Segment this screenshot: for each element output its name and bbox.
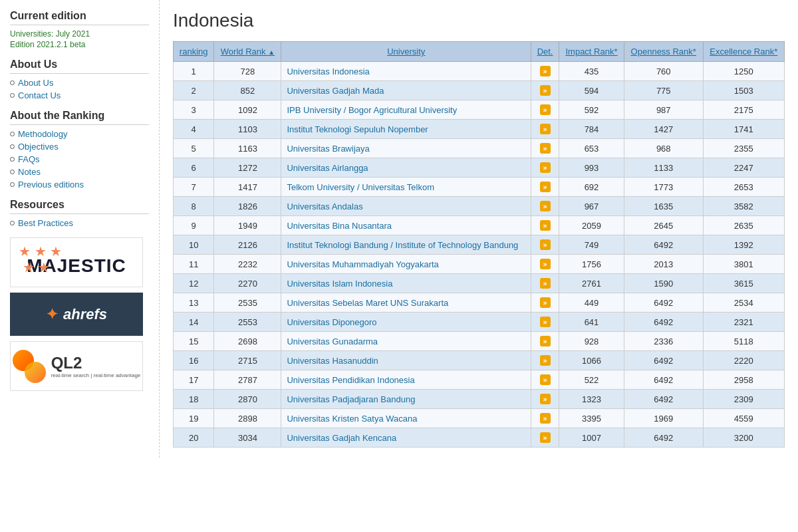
sidebar-item-about-us[interactable]: About Us: [10, 78, 149, 88]
university-sort-link[interactable]: University: [387, 47, 425, 57]
det-button[interactable]: »: [540, 201, 551, 211]
cell-det[interactable]: »: [531, 100, 559, 120]
university-link[interactable]: Universitas Pendidikan Indonesia: [287, 375, 414, 385]
cell-university[interactable]: Universitas Diponegoro: [281, 313, 531, 332]
det-button[interactable]: »: [540, 162, 551, 173]
cell-university[interactable]: Universitas Gunadarma: [281, 332, 531, 351]
cell-det[interactable]: »: [531, 139, 559, 158]
cell-det[interactable]: »: [531, 81, 559, 100]
impact-rank-sort-link[interactable]: Impact Rank*: [565, 47, 617, 57]
previous-editions-link[interactable]: Previous editions: [18, 180, 84, 190]
about-us-link[interactable]: About Us: [18, 78, 53, 88]
cell-university[interactable]: Institut Teknologi Sepuluh Nopember: [281, 120, 531, 139]
cell-university[interactable]: Universitas Indonesia: [281, 62, 531, 81]
cell-det[interactable]: »: [531, 390, 559, 409]
openness-rank-sort-link[interactable]: Openness Rank*: [631, 47, 696, 57]
sidebar-item-methodology[interactable]: Methodology: [10, 129, 149, 139]
det-button[interactable]: »: [540, 297, 551, 308]
cell-det[interactable]: »: [531, 62, 559, 81]
cell-university[interactable]: Telkom University / Universitas Telkom: [281, 178, 531, 197]
col-university[interactable]: University: [281, 42, 531, 62]
det-button[interactable]: »: [540, 220, 551, 231]
cell-university[interactable]: IPB University / Bogor Agricultural Univ…: [281, 100, 531, 120]
notes-link[interactable]: Notes: [18, 167, 41, 177]
det-button[interactable]: »: [540, 413, 551, 424]
cell-university[interactable]: Institut Teknologi Bandung / Institute o…: [281, 235, 531, 255]
objectives-link[interactable]: Objectives: [18, 142, 59, 152]
det-button[interactable]: »: [540, 336, 551, 346]
university-link[interactable]: Universitas Indonesia: [287, 66, 369, 76]
cell-det[interactable]: »: [531, 197, 559, 216]
det-button[interactable]: »: [540, 317, 551, 327]
cell-det[interactable]: »: [531, 313, 559, 332]
university-link[interactable]: Universitas Hasanuddin: [287, 356, 378, 366]
det-button[interactable]: »: [540, 85, 551, 96]
sidebar-item-best-practices[interactable]: Best Practices: [10, 218, 149, 228]
university-link[interactable]: Institut Teknologi Bandung / Institute o…: [287, 240, 518, 250]
ql2-logo[interactable]: QL2 real-time search | real-time advanta…: [10, 341, 143, 391]
cell-det[interactable]: »: [531, 255, 559, 274]
det-button[interactable]: »: [540, 374, 551, 385]
cell-university[interactable]: Universitas Islam Indonesia: [281, 274, 531, 293]
methodology-link[interactable]: Methodology: [18, 129, 67, 139]
cell-det[interactable]: »: [531, 235, 559, 255]
det-button[interactable]: »: [540, 432, 551, 443]
det-button[interactable]: »: [540, 259, 551, 269]
col-impact-rank[interactable]: Impact Rank*: [559, 42, 624, 62]
cell-det[interactable]: »: [531, 332, 559, 351]
sidebar-item-objectives[interactable]: Objectives: [10, 142, 149, 152]
university-link[interactable]: Universitas Bina Nusantara: [287, 221, 392, 231]
contact-us-link[interactable]: Contact Us: [18, 90, 61, 100]
det-button[interactable]: »: [540, 182, 551, 192]
university-link[interactable]: Universitas Andalas: [287, 201, 362, 211]
university-link[interactable]: Institut Teknologi Sepuluh Nopember: [287, 124, 428, 134]
world-rank-sort-link[interactable]: World Rank ▲: [221, 47, 275, 57]
cell-det[interactable]: »: [531, 120, 559, 139]
university-link[interactable]: Universitas Kristen Satya Wacana: [287, 414, 417, 424]
cell-university[interactable]: Universitas Kristen Satya Wacana: [281, 409, 531, 428]
faqs-link[interactable]: FAQs: [18, 154, 40, 164]
excellence-rank-sort-link[interactable]: Excellence Rank*: [710, 47, 777, 57]
cell-det[interactable]: »: [531, 351, 559, 370]
cell-det[interactable]: »: [531, 158, 559, 178]
university-link[interactable]: Universitas Gadjah Mada: [287, 86, 384, 96]
majestic-logo[interactable]: ★ ★ ★ ★ ★ MAJESTIC: [10, 237, 143, 287]
det-button[interactable]: »: [540, 66, 551, 76]
university-link[interactable]: Universitas Muhammadiyah Yogyakarta: [287, 259, 438, 269]
det-button[interactable]: »: [540, 394, 551, 404]
university-link[interactable]: Universitas Brawijaya: [287, 144, 369, 154]
ahrefs-logo[interactable]: ✦ ahrefs: [10, 293, 143, 336]
cell-university[interactable]: Universitas Pendidikan Indonesia: [281, 370, 531, 390]
cell-university[interactable]: Universitas Hasanuddin: [281, 351, 531, 370]
best-practices-link[interactable]: Best Practices: [18, 218, 73, 228]
col-openness-rank[interactable]: Openness Rank*: [624, 42, 703, 62]
university-link[interactable]: Universitas Gadjah Kencana: [287, 433, 396, 443]
cell-det[interactable]: »: [531, 428, 559, 448]
det-button[interactable]: »: [540, 104, 551, 115]
col-world-rank[interactable]: World Rank ▲: [214, 42, 281, 62]
sidebar-item-contact-us[interactable]: Contact Us: [10, 90, 149, 100]
det-button[interactable]: »: [540, 239, 551, 250]
det-button[interactable]: »: [540, 278, 551, 289]
cell-university[interactable]: Universitas Gadjah Kencana: [281, 428, 531, 448]
cell-det[interactable]: »: [531, 293, 559, 313]
cell-university[interactable]: Universitas Brawijaya: [281, 139, 531, 158]
university-link[interactable]: Telkom University / Universitas Telkom: [287, 182, 434, 192]
cell-university[interactable]: Universitas Muhammadiyah Yogyakarta: [281, 255, 531, 274]
col-excellence-rank[interactable]: Excellence Rank*: [703, 42, 784, 62]
sidebar-item-notes[interactable]: Notes: [10, 167, 149, 177]
university-link[interactable]: Universitas Padjadjaran Bandung: [287, 394, 415, 404]
sidebar-item-previous-editions[interactable]: Previous editions: [10, 180, 149, 190]
cell-university[interactable]: Universitas Bina Nusantara: [281, 216, 531, 235]
university-link[interactable]: Universitas Gunadarma: [287, 336, 378, 346]
det-button[interactable]: »: [540, 143, 551, 154]
det-button[interactable]: »: [540, 124, 551, 134]
university-link[interactable]: Universitas Islam Indonesia: [287, 279, 392, 289]
cell-det[interactable]: »: [531, 274, 559, 293]
sidebar-item-faqs[interactable]: FAQs: [10, 154, 149, 164]
cell-det[interactable]: »: [531, 370, 559, 390]
university-link[interactable]: Universitas Diponegoro: [287, 317, 376, 327]
cell-university[interactable]: Universitas Gadjah Mada: [281, 81, 531, 100]
cell-university[interactable]: Universitas Andalas: [281, 197, 531, 216]
cell-det[interactable]: »: [531, 409, 559, 428]
